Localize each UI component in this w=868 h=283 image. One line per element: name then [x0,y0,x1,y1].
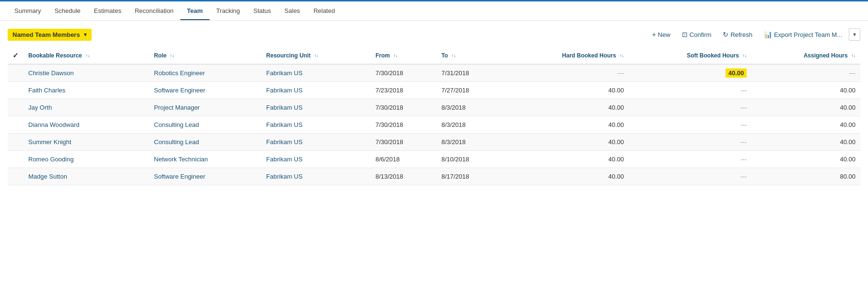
row-checkbox[interactable] [8,99,23,116]
resourcing-unit[interactable]: Fabrikam US [261,116,371,134]
from-date: 7/23/2018 [371,82,436,99]
from-date: 7/30/2018 [371,64,436,82]
empty-value: --- [740,87,747,94]
table-row: Summer KnightConsulting LeadFabrikam US7… [8,134,860,151]
resource-name[interactable]: Faith Charles [23,82,149,99]
assigned-hours: 40.00 [751,82,860,99]
soft-booked-hours: --- [629,116,751,134]
soft-booked-hours: --- [629,99,751,116]
col-header-resourcing-unit[interactable]: Resourcing Unit ↑↓ [261,47,371,64]
section-title-button[interactable]: Named Team Members ▾ [8,29,92,41]
resource-name[interactable]: Dianna Woodward [23,116,149,134]
row-checkbox[interactable] [8,168,23,185]
resource-name[interactable]: Madge Sutton [23,168,149,185]
resource-role[interactable]: Network Technician [149,151,261,168]
sort-icon: ↑↓ [452,54,456,58]
from-date: 8/6/2018 [371,151,436,168]
resource-name[interactable]: Christie Dawson [23,64,149,82]
nav-tab-estimates[interactable]: Estimates [87,2,128,20]
export-label: Export Project Team M... [774,31,842,38]
row-checkbox[interactable] [8,151,23,168]
refresh-label: Refresh [730,31,752,38]
table-row: Faith CharlesSoftware EngineerFabrikam U… [8,82,860,99]
confirm-button[interactable]: ⊡ Confirm [677,28,716,41]
soft-booked-hours: --- [629,134,751,151]
sort-icon: ↑↓ [851,54,856,58]
team-members-table: ✓ Bookable Resource ↑↓Role ↑↓Resourcing … [8,47,860,185]
resource-name[interactable]: Romeo Gooding [23,151,149,168]
resource-role[interactable]: Consulting Lead [149,134,261,151]
hard-booked-hours: 40.00 [503,168,629,185]
export-icon: 📊 [764,31,772,38]
nav-tab-tracking[interactable]: Tracking [210,2,246,20]
resource-role[interactable]: Consulting Lead [149,116,261,134]
more-actions-button[interactable]: ▾ [849,28,860,41]
resource-role[interactable]: Software Engineer [149,82,261,99]
nav-tabs: SummaryScheduleEstimatesReconciliationTe… [0,1,868,21]
resource-role[interactable]: Software Engineer [149,168,261,185]
resource-name[interactable]: Summer Knight [23,134,149,151]
main-content: Named Team Members ▾ + New ⊡ Confirm ↻ R… [0,21,868,283]
table-row: Madge SuttonSoftware EngineerFabrikam US… [8,168,860,185]
nav-tab-sales[interactable]: Sales [278,2,307,20]
from-date: 7/30/2018 [371,116,436,134]
new-label: New [658,31,670,38]
sort-icon: ↑↓ [85,54,90,58]
col-header-bookable-resource[interactable]: Bookable Resource ↑↓ [23,47,149,64]
hard-booked-hours: 40.00 [503,134,629,151]
assigned-hours: 40.00 [751,116,860,134]
resource-role[interactable]: Project Manager [149,99,261,116]
row-checkbox[interactable] [8,134,23,151]
nav-tab-reconciliation[interactable]: Reconciliation [128,2,180,20]
col-header-role[interactable]: Role ↑↓ [149,47,261,64]
nav-tab-summary[interactable]: Summary [8,2,48,20]
table-row: Romeo GoodingNetwork TechnicianFabrikam … [8,151,860,168]
empty-value: --- [740,138,747,146]
select-all-header: ✓ [8,47,23,64]
col-header-hard-booked-hours[interactable]: Hard Booked Hours ↑↓ [503,47,629,64]
col-header-soft-booked-hours[interactable]: Soft Booked Hours ↑↓ [629,47,751,64]
col-header-from[interactable]: From ↑↓ [371,47,436,64]
empty-value: --- [618,69,624,77]
row-checkbox[interactable] [8,116,23,134]
soft-booked-highlight: 40.00 [726,68,747,78]
to-date: 8/17/2018 [436,168,502,185]
empty-value: --- [740,121,747,128]
row-checkbox[interactable] [8,64,23,82]
resourcing-unit[interactable]: Fabrikam US [261,134,371,151]
refresh-button[interactable]: ↻ Refresh [718,28,757,41]
empty-value: --- [740,104,747,111]
row-checkbox[interactable] [8,82,23,99]
app-container: SummaryScheduleEstimatesReconciliationTe… [0,0,868,283]
from-date: 7/30/2018 [371,99,436,116]
soft-booked-hours: 40.00 [629,64,751,82]
section-chevron-icon: ▾ [84,32,87,38]
from-date: 8/13/2018 [371,168,436,185]
assigned-hours: 40.00 [751,134,860,151]
export-button[interactable]: 📊 Export Project Team M... [759,28,847,41]
hard-booked-hours: --- [503,64,629,82]
nav-tab-team[interactable]: Team [180,2,210,20]
soft-booked-hours: --- [629,82,751,99]
resource-role[interactable]: Robotics Engineer [149,64,261,82]
hard-booked-hours: 40.00 [503,99,629,116]
col-header-assigned-hours[interactable]: Assigned Hours ↑↓ [751,47,860,64]
resourcing-unit[interactable]: Fabrikam US [261,168,371,185]
new-button[interactable]: + New [647,28,675,41]
sort-icon: ↑↓ [393,54,398,58]
table-row: Dianna WoodwardConsulting LeadFabrikam U… [8,116,860,134]
empty-value: --- [849,69,856,77]
hard-booked-hours: 40.00 [503,151,629,168]
to-date: 7/27/2018 [436,82,502,99]
resource-name[interactable]: Jay Orth [23,99,149,116]
resourcing-unit[interactable]: Fabrikam US [261,64,371,82]
resourcing-unit[interactable]: Fabrikam US [261,99,371,116]
resourcing-unit[interactable]: Fabrikam US [261,82,371,99]
nav-tab-related[interactable]: Related [307,2,342,20]
nav-tab-schedule[interactable]: Schedule [48,2,87,20]
resourcing-unit[interactable]: Fabrikam US [261,151,371,168]
col-header-to[interactable]: To ↑↓ [436,47,502,64]
to-date: 8/3/2018 [436,134,502,151]
nav-tab-status[interactable]: Status [246,2,278,20]
to-date: 8/10/2018 [436,151,502,168]
